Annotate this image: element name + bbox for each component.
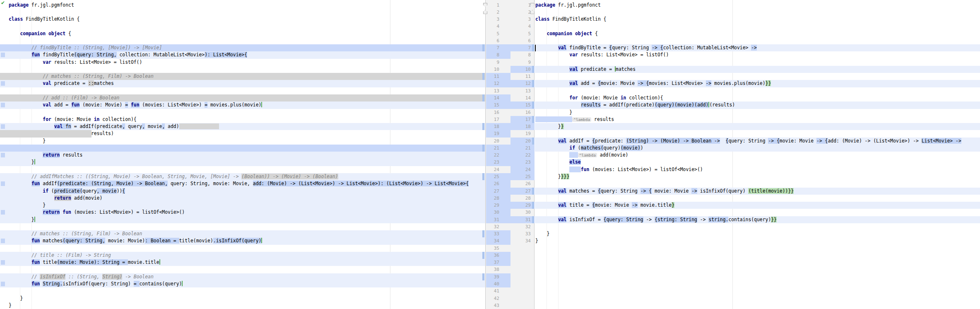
code-line[interactable]: // add :: (Film) -> Boolean bbox=[0, 94, 485, 101]
code-line[interactable]: } bbox=[535, 237, 980, 244]
code-line[interactable]: package fr.jgl.pgmfonct bbox=[535, 2, 980, 9]
change-stripe[interactable] bbox=[532, 188, 534, 195]
right-editor[interactable]: package fr.jgl.pgmfonctclass FindByTitle… bbox=[535, 0, 980, 309]
change-marker[interactable] bbox=[1, 53, 5, 57]
code-line[interactable]: val findByTitle = {query: String -> {col… bbox=[535, 44, 980, 51]
code-line[interactable]: } bbox=[0, 159, 485, 166]
code-line[interactable]: package fr.jgl.pgmfonct bbox=[0, 2, 485, 9]
code-line[interactable]: // matches :: (String, Film) -> Boolean bbox=[0, 73, 485, 80]
change-stripe[interactable] bbox=[482, 123, 484, 130]
code-line[interactable] bbox=[0, 37, 485, 44]
code-line[interactable] bbox=[535, 180, 980, 187]
change-marker[interactable] bbox=[1, 103, 5, 107]
code-line[interactable] bbox=[0, 145, 485, 152]
change-stripe[interactable] bbox=[532, 101, 534, 109]
code-line[interactable]: // isInfixOf :: (String, String) -> Bool… bbox=[0, 273, 485, 280]
change-marker[interactable] bbox=[1, 181, 5, 186]
change-stripe[interactable] bbox=[482, 230, 484, 237]
change-marker[interactable] bbox=[1, 282, 5, 286]
code-line[interactable]: for (movie: Movie in collection){ bbox=[535, 94, 980, 101]
code-line[interactable] bbox=[535, 59, 980, 66]
code-line[interactable]: if (predicate(query, movie)){ bbox=[0, 188, 485, 195]
code-line[interactable]: // findByTitle :: (String, [Movie]) -> [… bbox=[0, 44, 485, 51]
code-line[interactable]: companion object { bbox=[0, 30, 485, 37]
code-line[interactable] bbox=[535, 209, 980, 216]
code-line[interactable] bbox=[0, 223, 485, 230]
code-line[interactable]: fun findByTitle(query: String, collectio… bbox=[0, 51, 485, 58]
change-stripe[interactable] bbox=[532, 216, 534, 223]
code-line[interactable]: }} bbox=[535, 123, 980, 130]
code-line[interactable] bbox=[535, 130, 980, 137]
code-line[interactable]: return add(movie) bbox=[0, 195, 485, 202]
code-line[interactable]: else bbox=[535, 159, 980, 166]
change-stripe[interactable] bbox=[532, 66, 534, 73]
code-line[interactable] bbox=[0, 9, 485, 16]
code-line[interactable]: var results: List<Movie> = listOf() bbox=[0, 59, 485, 66]
change-stripe[interactable] bbox=[482, 173, 484, 180]
code-line[interactable]: } bbox=[0, 202, 485, 209]
code-line[interactable]: companion object { bbox=[535, 30, 980, 37]
change-marker[interactable] bbox=[1, 239, 5, 243]
code-line[interactable]: fun String.isInfixOf(query: String) = co… bbox=[0, 280, 485, 287]
code-line[interactable]: } bbox=[0, 216, 485, 223]
code-line[interactable] bbox=[535, 73, 980, 80]
code-line[interactable]: ^lambda add(movie) bbox=[535, 152, 980, 159]
code-line[interactable] bbox=[0, 287, 485, 295]
code-line[interactable] bbox=[535, 23, 980, 30]
change-stripe[interactable] bbox=[482, 252, 484, 259]
change-stripe[interactable] bbox=[482, 73, 484, 80]
code-line[interactable]: results = fn(results) bbox=[0, 130, 485, 137]
code-line[interactable]: // addIfMatches :: ((String, Movie) -> B… bbox=[0, 173, 485, 180]
code-line[interactable] bbox=[0, 87, 485, 94]
left-editor[interactable]: package fr.jgl.pgmfonctclass FindByTitle… bbox=[0, 0, 485, 309]
code-line[interactable]: fun title(movie: Movie): String = movie.… bbox=[0, 259, 485, 266]
code-line[interactable]: results = addIf(predicate)(query)(movie)… bbox=[535, 101, 980, 109]
code-line[interactable] bbox=[535, 9, 980, 16]
code-line[interactable]: }}}} bbox=[535, 173, 980, 180]
code-line[interactable]: if (matches(query)(movie)) bbox=[535, 145, 980, 152]
code-line[interactable]: return fun (movies: List<Movie>) = listO… bbox=[0, 209, 485, 216]
code-line[interactable] bbox=[535, 195, 980, 202]
change-marker[interactable] bbox=[1, 124, 5, 129]
change-marker[interactable] bbox=[1, 210, 5, 215]
change-stripe[interactable] bbox=[532, 44, 534, 51]
change-stripe[interactable] bbox=[482, 44, 484, 51]
code-line[interactable] bbox=[0, 66, 485, 73]
code-line[interactable]: } bbox=[0, 295, 485, 302]
code-line[interactable]: val predicate = ::matches bbox=[0, 80, 485, 87]
code-line[interactable]: ^lambda results bbox=[535, 116, 980, 123]
code-line[interactable]: // matches :: (String, Film) -> Boolean bbox=[0, 230, 485, 237]
code-line[interactable]: val predicate = matches bbox=[535, 66, 980, 73]
code-line[interactable]: class FindByTitleKotlin { bbox=[535, 16, 980, 23]
code-line[interactable]: val add = {movie: Movie -> {movies: List… bbox=[535, 80, 980, 87]
code-line[interactable] bbox=[535, 87, 980, 94]
code-line[interactable] bbox=[0, 245, 485, 252]
code-line[interactable]: } bbox=[0, 302, 485, 309]
change-stripe[interactable] bbox=[482, 94, 484, 101]
code-line[interactable]: } bbox=[535, 109, 980, 116]
change-stripe[interactable] bbox=[532, 116, 534, 123]
code-line[interactable] bbox=[535, 223, 980, 230]
change-stripe[interactable] bbox=[482, 273, 484, 280]
change-marker[interactable] bbox=[1, 153, 5, 157]
code-line[interactable]: } bbox=[535, 230, 980, 237]
code-line[interactable]: val addIf = {predicate: (String) -> (Mov… bbox=[535, 138, 980, 145]
code-line[interactable]: val title = {movie: Movie -> movie.title… bbox=[535, 202, 980, 209]
code-line[interactable]: class FindByTitleKotlin { bbox=[0, 16, 485, 23]
code-line[interactable]: fun addIf(predicate: (String, Movie) -> … bbox=[0, 180, 485, 187]
change-stripe[interactable] bbox=[482, 145, 484, 152]
change-marker[interactable] bbox=[1, 260, 5, 265]
code-line[interactable] bbox=[0, 266, 485, 273]
fold-collapse-icon[interactable] bbox=[530, 10, 535, 14]
code-line[interactable] bbox=[535, 37, 980, 44]
code-line[interactable]: for (movie: Movie in collection){ bbox=[0, 116, 485, 123]
change-stripe[interactable] bbox=[532, 202, 534, 209]
code-line[interactable]: return results bbox=[0, 152, 485, 159]
code-line[interactable]: fun (movies: List<Movie>) = listOf<Movie… bbox=[535, 166, 980, 173]
code-line[interactable]: val isInfixOf = {query: String -> {strin… bbox=[535, 216, 980, 223]
code-line[interactable] bbox=[0, 23, 485, 30]
code-line[interactable] bbox=[0, 166, 485, 173]
code-line[interactable]: var results: List<Movie> = listOf() bbox=[535, 51, 980, 58]
code-line[interactable]: val fn = addIf(predicate, query, movie, … bbox=[0, 123, 485, 130]
code-line[interactable] bbox=[0, 109, 485, 116]
